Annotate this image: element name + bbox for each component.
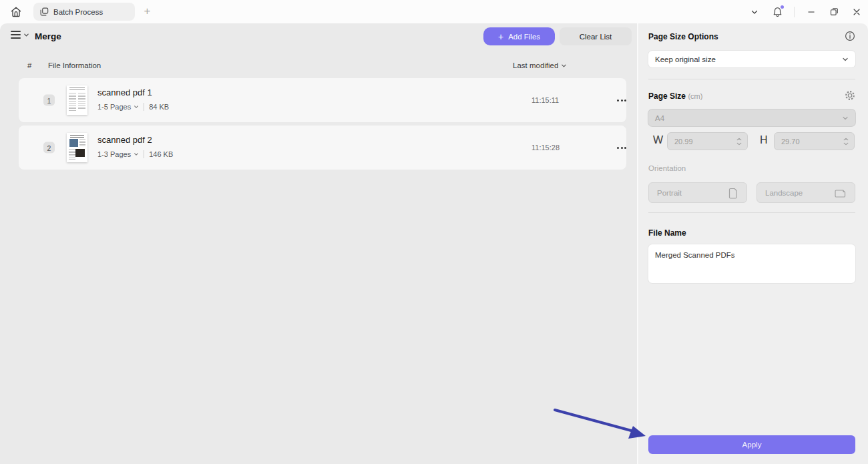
chevron-down-icon	[561, 63, 567, 69]
meta-divider	[144, 103, 144, 111]
file-size: 146 KB	[149, 150, 173, 158]
minimize-icon	[807, 8, 815, 16]
file-row[interactable]: 1 scanned pdf 1 1-5 Pages 84 KB 11:15:11	[19, 78, 626, 122]
column-header-file-information: File Information	[48, 61, 101, 69]
panel-title: Page Size Options	[648, 32, 855, 41]
page-range-label: 1-3 Pages	[97, 150, 131, 158]
new-tab-button[interactable]: +	[142, 6, 153, 17]
file-name: scanned pdf 2	[97, 135, 152, 145]
minimize-button[interactable]	[800, 0, 823, 23]
info-button[interactable]	[845, 31, 857, 43]
chevron-down-icon	[842, 56, 849, 63]
file-name-input[interactable]: Merged Scanned PDFs	[648, 244, 855, 283]
batch-process-icon	[40, 7, 49, 16]
merge-menu-button[interactable]	[11, 31, 29, 39]
portrait-label: Portrait	[657, 189, 682, 197]
chevron-down-icon	[134, 152, 139, 157]
notification-dot	[781, 5, 784, 9]
portrait-button: Portrait	[648, 182, 747, 203]
landscape-label: Landscape	[765, 189, 803, 197]
file-name-label: File Name	[648, 228, 855, 238]
page-size-unit: (cm)	[688, 92, 702, 100]
file-name: scanned pdf 1	[97, 87, 152, 97]
row-index-badge: 1	[43, 95, 55, 106]
titlebar-divider	[794, 7, 795, 17]
chevron-down-icon	[842, 115, 849, 122]
height-input	[781, 138, 828, 146]
page-range-dropdown[interactable]: 1-3 Pages	[97, 150, 139, 158]
chevron-down-icon	[134, 104, 139, 109]
chevron-down-icon	[750, 8, 758, 16]
page-size-title: Page Size	[648, 91, 686, 101]
settings-panel: Page Size Options Keep original size Pag…	[638, 23, 868, 464]
meta-divider	[144, 150, 144, 158]
chevron-down-icon	[23, 32, 29, 38]
hamburger-icon	[11, 31, 21, 39]
page-size-preset-value: A4	[655, 114, 664, 122]
apply-button[interactable]: Apply	[648, 435, 855, 454]
portrait-page-icon	[728, 187, 738, 199]
ellipsis-icon	[617, 147, 619, 149]
row-more-button[interactable]	[612, 93, 632, 107]
restore-window-button[interactable]	[823, 0, 845, 23]
collapse-toolbar-button[interactable]	[743, 0, 766, 23]
info-icon	[845, 31, 857, 41]
stepper-icon	[736, 138, 742, 146]
page-range-dropdown[interactable]: 1-5 Pages	[97, 103, 139, 111]
file-size: 84 KB	[149, 103, 169, 111]
landscape-button: Landscape	[756, 182, 855, 203]
section-divider	[648, 79, 855, 79]
gear-icon	[844, 89, 857, 101]
close-button[interactable]	[845, 0, 868, 23]
height-field	[774, 132, 855, 150]
width-input	[674, 138, 721, 146]
restore-icon	[830, 7, 839, 16]
home-icon	[9, 5, 23, 19]
title-bar: Batch Process +	[0, 0, 868, 23]
width-label: W	[653, 134, 663, 146]
home-button[interactable]	[8, 4, 24, 20]
last-modified-time: 11:15:11	[531, 96, 559, 104]
file-thumbnail	[67, 133, 87, 162]
height-label: H	[760, 134, 768, 146]
add-files-button[interactable]: + Add Files	[483, 27, 555, 45]
row-index-badge: 2	[43, 142, 55, 154]
width-field	[667, 132, 748, 150]
clear-list-button[interactable]: Clear List	[560, 27, 632, 45]
plus-icon: +	[498, 33, 503, 41]
notifications-button[interactable]	[766, 0, 789, 23]
row-more-button[interactable]	[612, 140, 632, 155]
section-divider	[648, 212, 855, 213]
file-thumbnail	[67, 85, 87, 115]
page-size-settings-button[interactable]	[844, 89, 857, 103]
last-modified-label: Last modified	[513, 61, 558, 69]
close-icon	[853, 8, 861, 16]
tab-batch-process[interactable]: Batch Process	[33, 3, 135, 21]
column-header-last-modified[interactable]: Last modified	[513, 61, 567, 69]
page-size-label: Page Size (cm)	[648, 91, 855, 101]
column-header-index: #	[27, 61, 31, 69]
file-name-field: Merged Scanned PDFs	[648, 244, 855, 283]
stepper-icon	[843, 138, 849, 146]
last-modified-time: 11:15:28	[531, 144, 560, 152]
page-size-mode-value: Keep original size	[655, 55, 716, 63]
ellipsis-icon	[617, 99, 619, 101]
landscape-page-icon	[835, 188, 847, 198]
orientation-label: Orientation	[648, 164, 855, 172]
app-window: Batch Process +	[0, 0, 868, 464]
page-size-preset-select: A4	[648, 109, 855, 126]
page-size-mode-select[interactable]: Keep original size	[648, 51, 855, 67]
page-range-label: 1-5 Pages	[97, 103, 131, 111]
file-row[interactable]: 2 scanned pdf 2 1-3 Pages 146 KB 11:15:2…	[19, 126, 626, 170]
tab-label: Batch Process	[53, 8, 103, 16]
page-title: Merge	[35, 31, 61, 41]
add-files-label: Add Files	[508, 33, 540, 41]
